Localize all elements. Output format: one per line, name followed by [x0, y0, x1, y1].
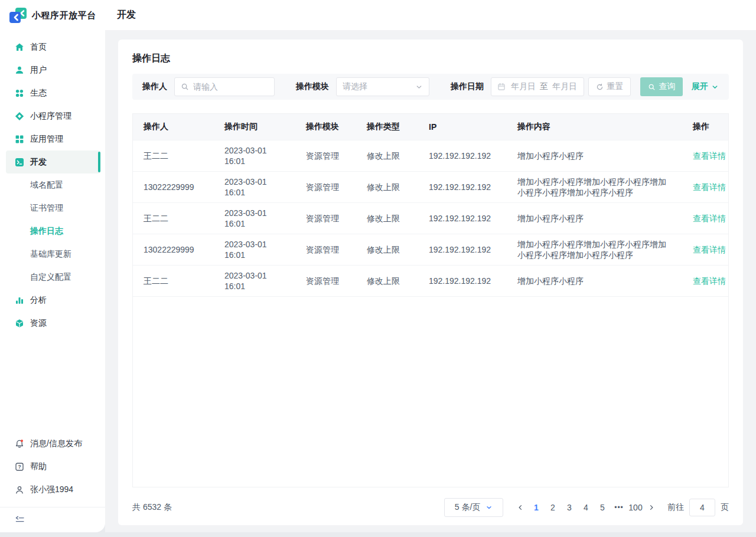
- sidebar-subitem-cert-management[interactable]: 证书管理: [0, 197, 105, 220]
- module-select-placeholder: 请选择: [343, 81, 367, 92]
- cell-time: 2023-03-01 16:01: [214, 171, 295, 202]
- sidebar-item-home[interactable]: 首页: [0, 35, 105, 58]
- page-3[interactable]: 3: [561, 498, 578, 517]
- view-details-link[interactable]: 查看详情: [693, 245, 726, 254]
- home-icon: [15, 42, 24, 52]
- cell-type: 修改上限: [356, 202, 418, 234]
- sidebar-item-label: 生态: [30, 88, 47, 99]
- page-5[interactable]: 5: [594, 498, 611, 517]
- refresh-icon: [596, 83, 604, 91]
- view-details-link[interactable]: 查看详情: [693, 151, 726, 161]
- bar-chart-icon: [15, 296, 24, 305]
- view-details-link[interactable]: 查看详情: [693, 214, 726, 223]
- sidebar-subitem-operation-log[interactable]: 操作日志: [0, 220, 105, 243]
- prev-page-button[interactable]: [513, 498, 528, 517]
- chevron-down-icon: [485, 504, 493, 511]
- collapse-icon: [15, 516, 25, 524]
- page-size-select[interactable]: 5 条/页: [444, 498, 503, 517]
- user-icon: [15, 66, 24, 75]
- cell-ip: 192.192.192.192: [418, 140, 507, 171]
- sidebar-item-account[interactable]: 张小强1994: [0, 478, 105, 501]
- next-page-button[interactable]: [644, 498, 659, 517]
- sidebar-item-apps[interactable]: 应用管理: [0, 127, 105, 150]
- cell-time: 2023-03-01 16:01: [214, 234, 295, 265]
- col-content: 操作内容: [507, 114, 682, 140]
- svg-text:?: ?: [18, 464, 21, 470]
- operation-log-table: 操作人 操作时间 操作模块 操作类型 IP 操作内容 操作 王二: [132, 113, 729, 487]
- reset-button[interactable]: 重置: [588, 77, 631, 96]
- goto-label: 前往: [667, 502, 684, 513]
- main-area: 开发 操作日志 操作人 操作模块 请选择: [105, 0, 756, 532]
- expand-filters-link[interactable]: 展开: [692, 81, 719, 92]
- sidebar-item-users[interactable]: 用户: [0, 58, 105, 81]
- page-4[interactable]: 4: [578, 498, 594, 517]
- cell-operator: 王二二: [133, 265, 214, 296]
- col-operator: 操作人: [133, 114, 214, 140]
- page-title: 开发: [117, 9, 136, 21]
- brand: 小程序开放平台: [0, 0, 105, 30]
- module-select[interactable]: 请选择: [336, 77, 429, 96]
- view-details-link[interactable]: 查看详情: [693, 182, 726, 192]
- date-end-placeholder: 年月日: [552, 81, 577, 92]
- sidebar-item-ecosystem[interactable]: 生态: [0, 81, 105, 104]
- page-2[interactable]: 2: [545, 498, 561, 517]
- sidebar-subitem-domain-config[interactable]: 域名配置: [0, 173, 105, 197]
- query-button[interactable]: 查询: [640, 77, 683, 96]
- cell-ip: 192.192.192.192: [418, 265, 507, 296]
- card-title: 操作日志: [132, 52, 729, 65]
- cell-operator: 王二二: [133, 202, 214, 234]
- date-start-placeholder: 年月日: [511, 81, 536, 92]
- sidebar-footer: 消息/信息发布 ? 帮助 张小强1994: [0, 432, 105, 532]
- chevron-down-icon: [711, 83, 719, 91]
- cell-time: 2023-03-01 16:01: [214, 265, 295, 296]
- chevron-down-icon: [415, 83, 423, 91]
- active-indicator: [98, 152, 100, 172]
- more-pages-icon[interactable]: •••: [611, 498, 627, 517]
- cell-content: 增加小程序小程序: [507, 140, 682, 171]
- col-module: 操作模块: [295, 114, 356, 140]
- sidebar-item-label: 张小强1994: [30, 484, 73, 495]
- cell-ip: 192.192.192.192: [418, 202, 507, 234]
- sidebar-item-help[interactable]: ? 帮助: [0, 455, 105, 478]
- cell-module: 资源管理: [295, 265, 356, 296]
- sidebar-item-resources[interactable]: 资源: [0, 312, 105, 335]
- sidebar-item-develop[interactable]: 开发: [6, 150, 100, 173]
- collapse-sidebar-button[interactable]: [0, 507, 105, 532]
- user-outline-icon: [15, 485, 24, 495]
- col-type: 操作类型: [356, 114, 418, 140]
- module-label: 操作模块: [296, 81, 329, 92]
- operator-input[interactable]: [193, 82, 268, 91]
- sidebar-item-miniprogram[interactable]: 小程序管理: [0, 104, 105, 127]
- cell-operator: 13022229999: [133, 171, 214, 202]
- table-row: 王二二 2023-03-01 16:01 资源管理 修改上限 192.192.1…: [133, 265, 728, 296]
- terminal-icon: [15, 158, 24, 167]
- sidebar-item-label: 帮助: [30, 461, 47, 472]
- sidebar-subitem-custom-config[interactable]: 自定义配置: [0, 266, 105, 289]
- view-details-link[interactable]: 查看详情: [693, 276, 726, 286]
- sidebar-item-label: 小程序管理: [30, 111, 71, 122]
- operation-log-card: 操作日志 操作人 操作模块 请选择: [118, 40, 743, 525]
- date-range-picker[interactable]: 年月日 至 年月日: [491, 77, 584, 96]
- cell-module: 资源管理: [295, 171, 356, 202]
- cube-icon: [15, 319, 24, 328]
- goto-page: 前往 页: [667, 499, 729, 516]
- sidebar-subitem-base-lib-update[interactable]: 基础库更新: [0, 243, 105, 266]
- goto-page-input[interactable]: [689, 499, 715, 516]
- cell-content: 增加小程序小程序增加小程序小程序增加小程序小程序增加小程序小程序: [507, 234, 682, 265]
- col-time: 操作时间: [214, 114, 295, 140]
- page-1[interactable]: 1: [528, 498, 545, 517]
- sidebar: 小程序开放平台 首页 用户 生态: [0, 0, 105, 532]
- cell-content: 增加小程序小程序增加小程序小程序增加小程序小程序增加小程序小程序: [507, 171, 682, 202]
- operator-label: 操作人: [142, 81, 167, 92]
- search-icon: [648, 83, 656, 91]
- sidebar-item-messages[interactable]: 消息/信息发布: [0, 432, 105, 455]
- cell-ip: 192.192.192.192: [418, 171, 507, 202]
- page-last[interactable]: 100: [627, 498, 644, 517]
- cell-module: 资源管理: [295, 234, 356, 265]
- diamond-icon: [15, 112, 24, 121]
- cell-operator: 13022229999: [133, 234, 214, 265]
- platform-logo-icon: [9, 8, 27, 24]
- help-icon: ?: [15, 462, 24, 471]
- calendar-icon: [497, 83, 506, 91]
- sidebar-item-analysis[interactable]: 分析: [0, 289, 105, 312]
